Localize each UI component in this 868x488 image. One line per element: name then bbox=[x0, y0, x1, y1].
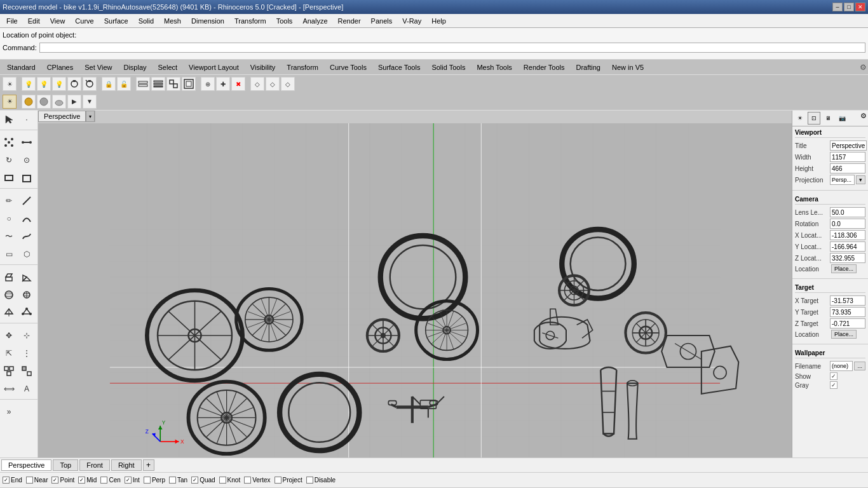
tab-set-view[interactable]: Set View bbox=[79, 62, 118, 73]
mesh2-icon[interactable] bbox=[18, 304, 36, 322]
menu-item-surface[interactable]: Surface bbox=[99, 16, 133, 26]
select-icon[interactable] bbox=[0, 111, 18, 128]
light-icon-4[interactable] bbox=[67, 77, 81, 91]
rp-sun-icon[interactable]: ☀ bbox=[794, 112, 806, 125]
tab-front[interactable]: Front bbox=[79, 459, 110, 471]
light-icon-3[interactable]: 💡 bbox=[52, 77, 66, 91]
snap-mid-checkbox[interactable] bbox=[78, 477, 85, 484]
mesh-icon[interactable] bbox=[0, 304, 18, 322]
surface-icon[interactable] bbox=[18, 268, 36, 286]
snap-vertex-checkbox[interactable] bbox=[244, 477, 251, 484]
cam-lens-value[interactable]: 50.0 bbox=[830, 207, 865, 217]
sphere-icon-gold[interactable] bbox=[22, 95, 36, 109]
sphere3d-icon[interactable] bbox=[0, 286, 18, 304]
tab-display[interactable]: Display bbox=[118, 62, 152, 73]
tab-curve-tools[interactable]: Curve Tools bbox=[324, 62, 372, 73]
snap-end-checkbox[interactable] bbox=[3, 477, 10, 484]
menu-item-mesh[interactable]: Mesh bbox=[159, 16, 186, 26]
menu-item-tools[interactable]: Tools bbox=[271, 16, 298, 26]
rotate-icon[interactable]: ↻ bbox=[0, 151, 18, 169]
extrude-icon[interactable] bbox=[0, 268, 18, 286]
cam-xloc-value[interactable]: -118.306 bbox=[830, 230, 865, 240]
snap-int-checkbox[interactable] bbox=[125, 477, 132, 484]
menu-item-help[interactable]: Help bbox=[426, 16, 451, 26]
polygon-icon[interactable]: ⬡ bbox=[18, 245, 36, 263]
vp-proj-dropdown[interactable]: ▾ bbox=[856, 175, 865, 184]
menu-item-v-ray[interactable]: V-Ray bbox=[397, 16, 426, 26]
snap-near-checkbox[interactable] bbox=[26, 477, 33, 484]
obj-icon-2[interactable] bbox=[182, 77, 196, 91]
tab-select[interactable]: Select bbox=[153, 62, 184, 73]
light-icon-1[interactable]: 💡 bbox=[22, 77, 36, 91]
viewport-main[interactable]: Perspective ▾ bbox=[38, 111, 792, 458]
line-icon[interactable] bbox=[18, 192, 36, 210]
points-icon[interactable] bbox=[0, 133, 18, 151]
unlock-icon[interactable]: 🔓 bbox=[117, 77, 131, 91]
transform3d-icon[interactable] bbox=[18, 286, 36, 304]
tab-viewport-layout[interactable]: Viewport Layout bbox=[183, 62, 245, 73]
tab-top[interactable]: Top bbox=[53, 459, 78, 471]
snap-tan-checkbox[interactable] bbox=[169, 477, 176, 484]
group2-icon[interactable] bbox=[18, 362, 36, 380]
viewport-area[interactable]: Perspective ▾ bbox=[38, 111, 792, 458]
tab-standard[interactable]: Standard bbox=[1, 62, 41, 73]
layer-icon-1[interactable] bbox=[136, 77, 150, 91]
spline-icon[interactable] bbox=[18, 227, 36, 245]
cursor-del-icon[interactable]: ✖ bbox=[231, 77, 245, 91]
minimize-button[interactable]: – bbox=[832, 3, 843, 11]
tgt-xtarget-value[interactable]: -31.573 bbox=[830, 295, 865, 306]
dimension-icon[interactable]: ⟺ bbox=[0, 380, 18, 398]
sun-icon-2[interactable]: ☀ bbox=[3, 95, 17, 109]
snap-icon[interactable]: ⊹ bbox=[18, 327, 36, 344]
diamond-icon-1[interactable]: ◇ bbox=[250, 77, 264, 91]
viewport-dropdown[interactable]: ▾ bbox=[86, 111, 95, 122]
arrow-down-icon[interactable]: ▼ bbox=[83, 95, 97, 109]
rect-select-icon[interactable] bbox=[0, 169, 18, 187]
group-icon[interactable] bbox=[0, 362, 18, 380]
tgt-place-button[interactable]: Place... bbox=[831, 330, 857, 339]
sphere-icon-gray[interactable] bbox=[37, 95, 51, 109]
tgt-ytarget-value[interactable]: 73.935 bbox=[830, 307, 865, 317]
menu-item-file[interactable]: File bbox=[1, 16, 23, 26]
wp-gray-checkbox[interactable] bbox=[830, 381, 837, 389]
tab-drafting[interactable]: Drafting bbox=[570, 62, 606, 73]
cursor-icon-2[interactable]: ✚ bbox=[216, 77, 230, 91]
canvas-3d[interactable]: X Y Z bbox=[38, 123, 792, 458]
sun-icon[interactable]: ☀ bbox=[3, 77, 17, 91]
tab-render-tools[interactable]: Render Tools bbox=[518, 62, 571, 73]
tab-new-in-v5[interactable]: New in V5 bbox=[606, 62, 649, 73]
close-button[interactable]: ✕ bbox=[855, 3, 865, 11]
rp-viewport-icon[interactable]: ⊡ bbox=[808, 112, 820, 125]
line-select-icon[interactable] bbox=[18, 133, 36, 151]
menu-item-transform[interactable]: Transform bbox=[229, 16, 271, 26]
menu-item-dimension[interactable]: Dimension bbox=[186, 16, 229, 26]
snap-quad-checkbox[interactable] bbox=[191, 477, 198, 484]
tab-solid-tools[interactable]: Solid Tools bbox=[426, 62, 471, 73]
menu-item-solid[interactable]: Solid bbox=[133, 16, 159, 26]
snap-project-checkbox[interactable] bbox=[275, 477, 281, 484]
toolbar-settings-icon[interactable]: ⚙ bbox=[860, 63, 867, 72]
light-icon-5[interactable] bbox=[83, 77, 97, 91]
snap-perp-checkbox[interactable] bbox=[144, 477, 151, 484]
rectangle-icon[interactable]: ▭ bbox=[0, 245, 18, 263]
wp-filename-value[interactable]: (none) bbox=[830, 361, 853, 371]
tgt-ztarget-value[interactable]: -0.721 bbox=[830, 318, 865, 329]
freeform-icon[interactable]: 〜 bbox=[0, 227, 18, 245]
obj-icon-1[interactable] bbox=[166, 77, 180, 91]
snap-cen-checkbox[interactable] bbox=[100, 477, 107, 484]
command-input[interactable] bbox=[39, 43, 865, 53]
dot-select-icon[interactable]: · bbox=[18, 111, 36, 128]
move2-icon[interactable]: ⇱ bbox=[0, 344, 18, 362]
diamond-icon-3[interactable]: ◇ bbox=[281, 77, 295, 91]
snap-knot-checkbox[interactable] bbox=[219, 477, 226, 484]
cam-yloc-value[interactable]: -166.964 bbox=[830, 241, 865, 252]
light-icon-2[interactable]: 💡 bbox=[37, 77, 51, 91]
snap-point-checkbox[interactable] bbox=[51, 477, 58, 484]
wp-show-checkbox[interactable] bbox=[830, 372, 837, 380]
cam-rotation-value[interactable]: 0.0 bbox=[830, 219, 865, 229]
tab-mesh-tools[interactable]: Mesh Tools bbox=[471, 62, 517, 73]
rp-camera-icon[interactable]: 📷 bbox=[836, 112, 848, 125]
maximize-button[interactable]: □ bbox=[844, 3, 854, 11]
tab-add-button[interactable]: + bbox=[143, 459, 154, 471]
menu-item-edit[interactable]: Edit bbox=[23, 16, 45, 26]
